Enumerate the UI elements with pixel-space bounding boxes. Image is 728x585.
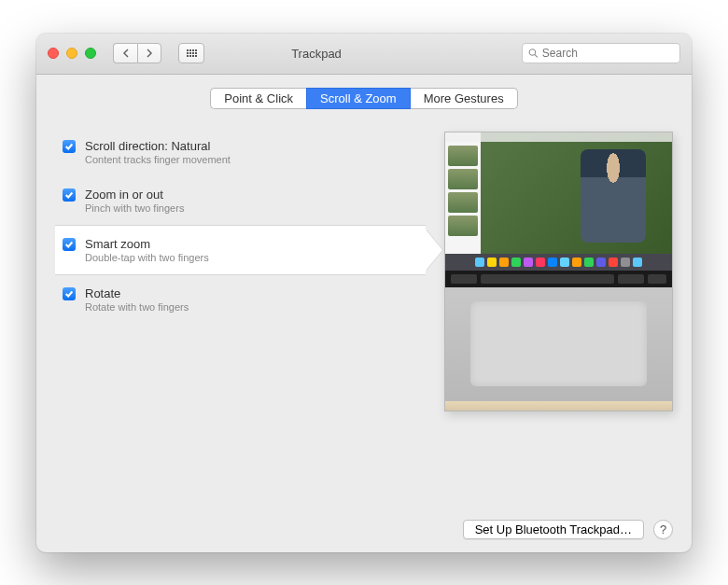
touchbar-segment bbox=[648, 274, 666, 284]
option-text: Zoom in or out Pinch with two fingers bbox=[85, 188, 184, 214]
window-controls bbox=[48, 48, 96, 59]
option-text: Rotate Rotate with two fingers bbox=[85, 286, 189, 313]
option-label: Rotate bbox=[85, 286, 189, 300]
preview-main bbox=[481, 132, 672, 254]
dock-icon bbox=[621, 258, 630, 267]
preview-trackpad-body bbox=[445, 287, 672, 401]
dock-icon bbox=[633, 258, 642, 267]
option-desc: Rotate with two fingers bbox=[85, 301, 189, 313]
tab-bar: Point & ClickScroll & ZoomMore Gestures bbox=[36, 75, 692, 118]
titlebar: Trackpad bbox=[36, 34, 692, 75]
preferences-window: Trackpad Point & ClickScroll & ZoomMore … bbox=[36, 34, 692, 552]
checkbox[interactable] bbox=[63, 188, 76, 202]
dock-icon bbox=[584, 258, 594, 267]
touchbar-segment bbox=[618, 274, 644, 284]
tab-more-gestures[interactable]: More Gestures bbox=[411, 88, 518, 109]
dock-icon bbox=[572, 258, 581, 267]
checkbox[interactable] bbox=[63, 287, 76, 300]
dock-icon bbox=[475, 258, 484, 267]
dock-icon bbox=[536, 258, 545, 267]
preview-thumb bbox=[448, 169, 478, 189]
preview-touchbar bbox=[445, 271, 672, 287]
dock-icon bbox=[524, 258, 533, 267]
option-label: Smart zoom bbox=[85, 237, 209, 251]
content-area: Scroll direction: Natural Content tracks… bbox=[36, 118, 692, 507]
option-row[interactable]: Zoom in or out Pinch with two fingers bbox=[55, 176, 426, 225]
option-desc: Pinch with two fingers bbox=[85, 202, 184, 214]
preview-dock bbox=[445, 254, 672, 271]
checkmark-icon bbox=[64, 190, 74, 200]
option-row[interactable]: Rotate Rotate with two fingers bbox=[55, 275, 426, 324]
checkmark-icon bbox=[64, 142, 74, 151]
tab-point-click[interactable]: Point & Click bbox=[210, 88, 306, 109]
search-field[interactable] bbox=[522, 43, 680, 63]
preview-screen bbox=[445, 132, 672, 254]
dock-icon bbox=[596, 258, 606, 267]
minimize-button[interactable] bbox=[66, 48, 77, 59]
option-label: Scroll direction: Natural bbox=[85, 139, 231, 153]
dock-icon bbox=[487, 258, 497, 267]
zoom-button[interactable] bbox=[85, 48, 96, 59]
option-desc: Content tracks finger movement bbox=[85, 154, 231, 165]
preview-thumb bbox=[448, 216, 478, 236]
bluetooth-trackpad-button[interactable]: Set Up Bluetooth Trackpad… bbox=[463, 520, 644, 539]
search-input[interactable] bbox=[542, 47, 674, 60]
window-title: Trackpad bbox=[120, 47, 512, 61]
option-text: Smart zoom Double-tap with two fingers bbox=[85, 237, 209, 263]
option-label: Zoom in or out bbox=[85, 188, 184, 202]
option-row[interactable]: Scroll direction: Natural Content tracks… bbox=[55, 128, 426, 176]
preview-trackpad-surface bbox=[470, 301, 648, 387]
checkbox[interactable] bbox=[63, 140, 76, 153]
preview-desk bbox=[445, 401, 672, 411]
search-icon bbox=[528, 48, 539, 59]
footer: Set Up Bluetooth Trackpad… ? bbox=[36, 507, 692, 552]
checkmark-icon bbox=[64, 240, 74, 249]
tab-scroll-zoom[interactable]: Scroll & Zoom bbox=[306, 88, 411, 109]
help-button[interactable]: ? bbox=[653, 520, 673, 539]
option-text: Scroll direction: Natural Content tracks… bbox=[85, 139, 231, 165]
touchbar-segment bbox=[451, 274, 477, 284]
dock-icon bbox=[609, 258, 618, 267]
touchbar-segment bbox=[481, 274, 614, 284]
checkmark-icon bbox=[64, 289, 74, 299]
gesture-preview bbox=[444, 132, 673, 411]
dock-icon bbox=[548, 258, 557, 267]
option-row[interactable]: Smart zoom Double-tap with two fingers bbox=[55, 225, 426, 275]
dock-icon bbox=[499, 258, 509, 267]
close-button[interactable] bbox=[48, 48, 59, 59]
checkbox[interactable] bbox=[63, 238, 76, 251]
preview-thumb bbox=[448, 146, 478, 166]
preview-thumb bbox=[448, 192, 478, 213]
preview-photo bbox=[581, 149, 646, 243]
options-list: Scroll direction: Natural Content tracks… bbox=[55, 128, 426, 507]
dock-icon bbox=[560, 258, 569, 267]
dock-icon bbox=[511, 258, 521, 267]
preview-sidebar bbox=[445, 132, 481, 254]
option-desc: Double-tap with two fingers bbox=[85, 252, 209, 263]
